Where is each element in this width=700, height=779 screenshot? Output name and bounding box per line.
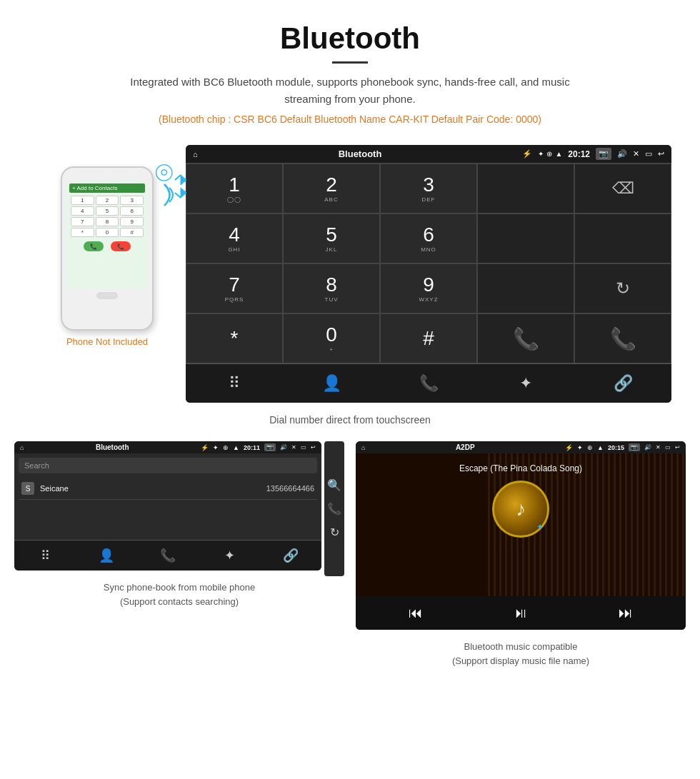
pb-volume-icon: 🔊 — [280, 444, 287, 451]
pb-usb-icon: ⚡ — [201, 444, 209, 451]
bottom-panels: ⌂ Bluetooth ⚡ ✦ ⊕ ▲ 20:11 📷 🔊 ✕ ▭ ↩ — [14, 441, 686, 668]
dial-num-hash: # — [423, 328, 434, 348]
bt-symbol — [172, 174, 189, 202]
music-content: Escape (The Pina Colada Song) ♪ ✦ — [356, 453, 686, 596]
dial-key-star[interactable]: * — [186, 313, 283, 363]
entry-number: 13566664466 — [266, 484, 314, 493]
toolbar-link-icon[interactable]: 🔗 — [574, 364, 671, 403]
phone-illustration: ⦾ — [29, 145, 186, 347]
dial-key-0[interactable]: 0 + — [283, 313, 380, 363]
dial-key-call-red[interactable]: 📞 — [574, 313, 671, 363]
pb-search-icon[interactable]: 🔍 — [327, 478, 341, 492]
dial-key-5[interactable]: 5 JKL — [283, 213, 380, 263]
phonebook-caption: Sync phone-book from mobile phone(Suppor… — [104, 581, 255, 608]
dial-key-8[interactable]: 8 TUV — [283, 263, 380, 313]
dial-num-9: 9 — [423, 275, 434, 295]
dial-key-6[interactable]: 6 MNO — [380, 213, 477, 263]
phonebook-spacer — [14, 504, 321, 540]
pb-tool-bt[interactable]: ✦ — [199, 541, 260, 571]
phone-body: + Add to Contacts 1 2 3 4 5 6 7 8 9 * — [61, 166, 154, 331]
music-bt-overlay-icon: ✦ — [536, 522, 544, 532]
svg-line-3 — [175, 193, 181, 198]
pb-status-title: Bluetooth — [28, 443, 196, 451]
dial-num-3: 3 — [423, 175, 434, 195]
status-window-icon: ▭ — [645, 149, 652, 159]
phonebook-caption-text: Sync phone-book from mobile phone(Suppor… — [104, 582, 255, 607]
music-album-art: ♪ ✦ — [492, 481, 549, 538]
backspace-icon: ⌫ — [612, 179, 634, 198]
dial-sub-7: PQRS — [225, 296, 244, 303]
dialpad-status-bar: ⌂ Bluetooth ⚡ ✦ ⊕ ▲ 20:12 📷 🔊 ✕ ▭ ↩ — [186, 145, 671, 163]
dial-sub-2: ABC — [324, 196, 338, 203]
svg-marker-1 — [181, 188, 186, 198]
phone-key-hash: # — [120, 228, 144, 237]
dial-key-2[interactable]: 2 ABC — [283, 164, 380, 213]
pb-call-side-icon[interactable]: 📞 — [327, 502, 341, 516]
dial-key-4[interactable]: 4 GHI — [186, 213, 283, 263]
pb-close-icon: ✕ — [291, 444, 296, 451]
pb-tool-link[interactable]: 🔗 — [260, 541, 321, 571]
page-description: Integrated with BC6 Bluetooth module, su… — [107, 74, 593, 108]
entry-letter: S — [21, 482, 34, 495]
dial-key-redial[interactable]: ↻ — [574, 263, 671, 313]
pb-wifi-icon: ▲ — [233, 444, 239, 451]
music-status-title: A2DP — [369, 443, 561, 451]
toolbar-contacts-icon[interactable]: 👤 — [283, 364, 380, 403]
music-close-icon: ✕ — [656, 444, 661, 451]
pb-tool-call[interactable]: 📞 — [137, 541, 199, 571]
phonebook-status-bar: ⌂ Bluetooth ⚡ ✦ ⊕ ▲ 20:11 📷 🔊 ✕ ▭ ↩ — [14, 441, 321, 453]
pb-status-time: 20:11 — [244, 444, 260, 451]
dialpad-screen: ⌂ Bluetooth ⚡ ✦ ⊕ ▲ 20:12 📷 🔊 ✕ ▭ ↩ — [186, 145, 671, 403]
music-play-pause-button[interactable]: ⏯ — [514, 605, 528, 621]
phone-key-1: 1 — [71, 196, 94, 205]
phone-key-5: 5 — [96, 206, 119, 216]
dial-key-1[interactable]: 1 ◯◯ — [186, 164, 283, 213]
pb-refresh-icon[interactable]: ↻ — [327, 526, 341, 539]
dial-key-call-green[interactable]: 📞 — [477, 313, 574, 363]
toolbar-call-icon[interactable]: 📞 — [380, 364, 477, 403]
pb-tool-contacts[interactable]: 👤 — [76, 541, 137, 571]
page-header: Bluetooth Integrated with BC6 Bluetooth … — [0, 0, 700, 145]
phonebook-entry: S Seicane 13566664466 — [19, 478, 317, 500]
dial-key-hash[interactable]: # — [380, 313, 477, 363]
dial-key-9[interactable]: 9 WXYZ — [380, 263, 477, 313]
pb-window-icon: ▭ — [301, 444, 306, 451]
dial-key-3[interactable]: 3 DEF — [380, 164, 477, 213]
music-next-button[interactable]: ⏭ — [619, 605, 633, 621]
call-red-icon: 📞 — [610, 326, 636, 351]
pb-home-icon: ⌂ — [20, 444, 24, 451]
phonebook-search-bar[interactable]: Search — [19, 458, 317, 473]
dial-sub-9: WXYZ — [419, 296, 438, 303]
status-time: 20:12 — [568, 149, 590, 159]
phonebook-toolbar: ⠿ 👤 📞 ✦ 🔗 — [14, 540, 321, 571]
music-panel: ⌂ A2DP ⚡ ✦ ⊕ ▲ 20:15 📷 🔊 ✕ ▭ ↩ Escape (T… — [356, 441, 686, 668]
dial-caption: Dial number direct from touchscreen — [269, 414, 431, 426]
music-prev-button[interactable]: ⏮ — [409, 605, 423, 621]
dial-sub-8: TUV — [325, 296, 339, 303]
phone-key-7: 7 — [71, 217, 94, 226]
dial-key-empty-1 — [477, 164, 574, 213]
pb-back-icon: ↩ — [311, 444, 316, 451]
phone-call-red: 📞 — [111, 241, 131, 251]
dial-sub-3: DEF — [422, 196, 436, 203]
toolbar-bt-icon[interactable]: ✦ — [477, 364, 574, 403]
status-wifi-icon: ▲ — [555, 150, 562, 158]
toolbar-dialpad-icon[interactable]: ⠿ — [186, 364, 283, 403]
phone-key-8: 8 — [96, 217, 119, 226]
dial-num-7: 7 — [229, 275, 240, 295]
phonebook-panel: ⌂ Bluetooth ⚡ ✦ ⊕ ▲ 20:11 📷 🔊 ✕ ▭ ↩ — [14, 441, 344, 668]
dial-key-backspace[interactable]: ⌫ — [574, 164, 671, 213]
dial-num-0: 0 — [326, 325, 337, 345]
music-caption-text: Bluetooth music compatible(Support displ… — [452, 641, 589, 666]
dialpad-toolbar: ⠿ 👤 📞 ✦ 🔗 — [186, 363, 671, 403]
phone-key-6: 6 — [120, 206, 144, 216]
status-back-icon: ↩ — [658, 149, 664, 159]
dial-key-7[interactable]: 7 PQRS — [186, 263, 283, 313]
pb-tool-dialpad[interactable]: ⠿ — [14, 541, 76, 571]
dial-num-4: 4 — [229, 225, 240, 245]
music-home-icon: ⌂ — [361, 444, 365, 451]
phone-key-0: 0 — [96, 228, 119, 237]
phone-key-3: 3 — [120, 196, 144, 205]
phone-home-button — [96, 292, 118, 299]
main-content: ⦾ — [0, 145, 700, 668]
